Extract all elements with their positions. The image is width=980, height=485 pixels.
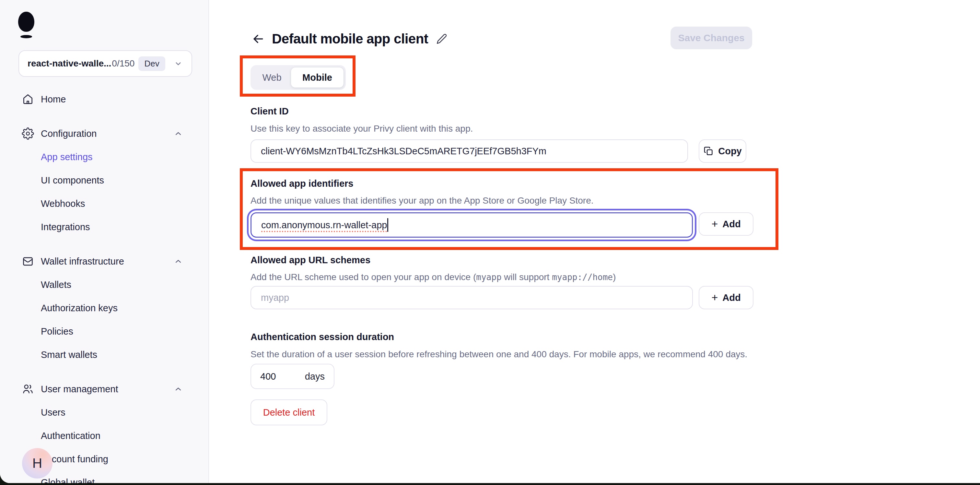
sidebar-item-authorization-keys[interactable]: Authorization keys [0,296,208,320]
sidebar-item-label: Webhooks [41,198,85,209]
save-changes-button[interactable]: Save Changes [670,27,752,49]
main-content: Default mobile app client Save Changes W… [209,0,980,483]
sidebar-item-app-settings[interactable]: App settings [0,145,208,169]
app-identifier-value: com.anonymous.rn-wallet-app [261,220,387,230]
chevron-up-icon [173,129,183,139]
sidebar-nav: Home Configuration App settings UI compo… [0,88,208,483]
plus-icon: + [711,292,718,303]
chevron-up-icon [173,257,183,266]
sidebar-item-users[interactable]: Users [0,401,208,424]
sidebar-item-ui-components[interactable]: UI components [0,169,208,192]
add-identifier-button[interactable]: + Add [699,212,754,236]
delete-client-button[interactable]: Delete client [250,399,327,425]
client-id-input[interactable]: client-WY6MsMznTb4LTcZsHk3LSDeC5mARETG7j… [250,139,688,163]
plus-icon: + [711,218,718,229]
text-caret [387,218,388,232]
copy-button[interactable]: Copy [699,139,746,163]
app-window: react-native-walle... 0/150 Dev Home Con… [0,0,980,483]
sidebar-group-label: Configuration [41,128,97,139]
sidebar-item-label: Global wallet [41,477,95,483]
wallet-icon [21,255,34,268]
app-identifiers-label: Allowed app identifiers [250,178,353,189]
url-schemes-desc-text: Add the URL scheme used to open your app… [250,272,476,282]
client-id-description: Use this key to associate your Privy cli… [250,123,473,134]
privy-logo-icon [18,12,35,39]
session-duration-unit: days [305,371,325,382]
sidebar-item-smart-wallets[interactable]: Smart wallets [0,343,208,366]
sidebar-item-label: Home [41,94,66,105]
sidebar-item-policies[interactable]: Policies [0,320,208,343]
url-schemes-desc-text: ) [613,272,616,282]
session-duration-description: Set the duration of a user session befor… [250,349,747,359]
sidebar-item-home[interactable]: Home [0,88,208,111]
sidebar-item-label: Authorization keys [41,303,118,314]
tab-web[interactable]: Web [253,67,291,88]
copy-icon [703,146,714,156]
sidebar-item-authentication[interactable]: Authentication [0,424,208,447]
url-schemes-desc-text: will support [502,272,552,282]
sidebar-group-wallet-infrastructure[interactable]: Wallet infrastructure [0,250,208,273]
page-title: Default mobile app client [272,31,428,47]
add-url-scheme-button[interactable]: + Add [699,286,754,309]
back-button[interactable] [250,31,266,47]
session-duration-value: 400 [260,371,276,382]
sidebar-group-user-management[interactable]: User management [0,377,208,401]
project-usage: 0/150 [112,58,135,69]
env-badge: Dev [138,56,165,71]
sidebar-group-label: User management [41,384,118,394]
platform-tabs: Web Mobile [250,65,346,90]
url-schemes-desc-mono: myapp [476,272,501,282]
tab-mobile[interactable]: Mobile [291,67,344,88]
url-scheme-input[interactable]: myapp [250,286,693,309]
session-duration-input[interactable]: 400 days [250,364,334,389]
url-schemes-label: Allowed app URL schemes [250,255,371,265]
gear-icon [21,127,34,140]
sidebar: react-native-walle... 0/150 Dev Home Con… [0,0,209,483]
project-name: react-native-walle... [27,58,111,69]
user-avatar[interactable]: H [22,448,52,479]
sidebar-item-integrations[interactable]: Integrations [0,215,208,239]
client-id-value: client-WY6MsMznTb4LTcZsHk3LSDeC5mARETG7j… [261,146,546,156]
sidebar-item-label: Integrations [41,222,90,233]
session-duration-label: Authentication session duration [250,332,394,342]
project-selector[interactable]: react-native-walle... 0/150 Dev [19,50,192,77]
add-button-label: Add [722,219,740,230]
sidebar-item-label: Users [41,407,65,418]
chevron-up-icon [173,384,183,394]
home-icon [21,93,34,106]
sidebar-item-wallets[interactable]: Wallets [0,273,208,296]
sidebar-item-label: Smart wallets [41,349,97,360]
sidebar-item-label: App settings [41,152,93,163]
client-id-label: Client ID [250,106,289,117]
sidebar-item-label: Authentication [41,431,100,441]
sidebar-group-configuration[interactable]: Configuration [0,122,208,145]
users-icon [21,383,34,396]
url-schemes-desc-mono: myapp://home [552,272,613,282]
pencil-icon[interactable] [435,32,448,45]
add-button-label: Add [722,292,740,303]
app-identifier-input[interactable]: com.anonymous.rn-wallet-app [250,212,693,238]
app-identifiers-description: Add the unique values that identifies yo… [250,196,593,206]
sidebar-group-label: Wallet infrastructure [41,256,124,267]
sidebar-item-label: UI components [41,175,104,186]
copy-button-label: Copy [718,146,742,156]
sidebar-item-label: Wallets [41,279,71,290]
url-scheme-placeholder: myapp [261,292,289,303]
sidebar-item-label: Policies [41,326,73,337]
url-schemes-description: Add the URL scheme used to open your app… [250,272,616,282]
sidebar-item-webhooks[interactable]: Webhooks [0,192,208,215]
chevron-down-icon [173,59,183,69]
avatar-initial: H [32,456,42,471]
